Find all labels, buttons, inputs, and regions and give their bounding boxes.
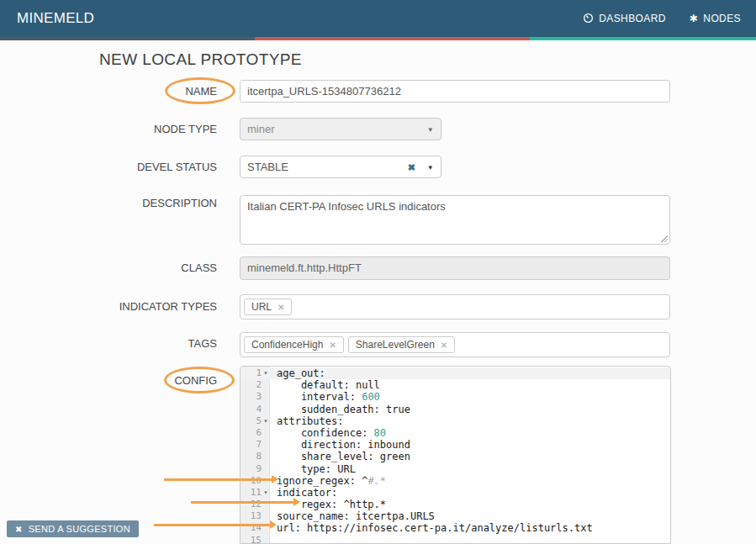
fold-arrow-icon[interactable]: ▾ — [262, 367, 270, 379]
annotation-arrow-ignore-regex — [164, 478, 272, 481]
indicator-types-label: INDICATOR TYPES — [0, 300, 217, 313]
devel-status-select[interactable]: STABLE ✖ ▾ — [240, 156, 441, 178]
code-line[interactable]: 13 source_name: itcertpa.URLS — [241, 510, 670, 522]
gauge-icon — [583, 13, 594, 25]
code-line[interactable]: 3 interval: 600 — [241, 391, 670, 403]
resize-handle-icon[interactable] — [660, 235, 668, 242]
code-line[interactable]: 7 direction: inbound — [241, 439, 670, 451]
code-line[interactable]: 11▾ indicator: — [241, 487, 670, 499]
annotation-ellipse-config — [164, 367, 235, 393]
description-textarea[interactable]: Italian CERT-PA Infosec URLS indicators — [240, 195, 670, 245]
send-suggestion-label: SEND A SUGGESTION — [29, 524, 130, 534]
remove-tag-icon[interactable]: ✕ — [329, 341, 336, 350]
node-type-select: miner ▾ — [240, 118, 441, 140]
nav-nodes[interactable]: ✱ NODES — [690, 13, 741, 24]
tags-input[interactable]: ConfidenceHigh ✕ ShareLevelGreen ✕ — [240, 332, 670, 357]
tag-chip: URL ✕ — [244, 298, 292, 315]
status-bar-segment-right — [530, 37, 756, 40]
status-bar — [0, 37, 756, 40]
annotation-arrow-regex — [191, 501, 293, 504]
clear-selection-icon[interactable]: ✖ — [408, 161, 415, 172]
code-line[interactable]: 2 default: null — [241, 379, 670, 391]
tag-chip: ShareLevelGreen ✕ — [348, 336, 455, 353]
asterisk-icon: ✱ — [690, 13, 698, 24]
code-line[interactable]: 10 ignore_regex: ^#.* — [241, 475, 670, 487]
devel-status-label: DEVEL STATUS — [0, 161, 217, 173]
node-type-label: NODE TYPE — [0, 123, 217, 135]
fold-arrow-icon[interactable]: ▾ — [262, 487, 270, 499]
nav-dashboard[interactable]: DASHBOARD — [583, 13, 666, 25]
navbar: MINEMELD DASHBOARD ✱ NODES — [0, 0, 756, 37]
tags-label: TAGS — [0, 337, 217, 350]
code-line[interactable]: 9 type: URL — [241, 463, 670, 475]
code-line[interactable]: 14 url: https://infosec.cert-pa.it/analy… — [241, 522, 670, 534]
chevron-down-icon: ▾ — [428, 125, 432, 134]
nav-nodes-label: NODES — [703, 13, 741, 24]
code-line[interactable]: 15 — [241, 535, 670, 544]
class-input: minemeld.ft.http.HttpFT — [240, 256, 670, 280]
annotation-ellipse-name — [165, 77, 235, 104]
remove-tag-icon[interactable]: ✕ — [278, 303, 284, 312]
tag-chip: ConfidenceHigh ✕ — [244, 336, 344, 353]
remove-tag-icon[interactable]: ✕ — [441, 341, 447, 350]
close-icon: ✖ — [15, 525, 23, 534]
send-suggestion-button[interactable]: ✖ SEND A SUGGESTION — [7, 520, 139, 537]
annotation-arrow-url — [154, 524, 270, 526]
code-line[interactable]: 6 confidence: 80 — [241, 427, 670, 439]
minemeld-new-local-prototype-page: MINEMELD DASHBOARD ✱ NODES NEW LOCAL PRO… — [0, 0, 756, 544]
status-bar-segment-left — [0, 37, 255, 40]
chevron-down-icon[interactable]: ▾ — [428, 163, 432, 172]
code-line[interactable]: 5▾ attributes: — [241, 415, 670, 427]
name-input[interactable]: itcertpa_URLS-1534807736212 — [240, 80, 670, 103]
code-line[interactable]: 4 sudden_death: true — [241, 404, 670, 415]
indicator-types-input[interactable]: URL ✕ — [240, 294, 670, 320]
config-code-editor[interactable]: 1▾ age_out: 2 default: null 3 interval: … — [240, 366, 671, 544]
brand-logo[interactable]: MINEMELD — [17, 10, 94, 27]
status-bar-segment-middle — [255, 37, 530, 40]
description-label: DESCRIPTION — [0, 197, 217, 209]
code-line[interactable]: 12 regex: ^http.* — [241, 499, 670, 510]
code-line[interactable]: 1▾ age_out: — [241, 367, 670, 379]
page-title: NEW LOCAL PROTOTYPE — [99, 50, 302, 69]
code-line[interactable]: 8 share_level: green — [241, 451, 670, 462]
class-label: CLASS — [0, 261, 217, 274]
fold-arrow-icon[interactable]: ▾ — [262, 415, 270, 427]
nav-dashboard-label: DASHBOARD — [599, 13, 666, 24]
